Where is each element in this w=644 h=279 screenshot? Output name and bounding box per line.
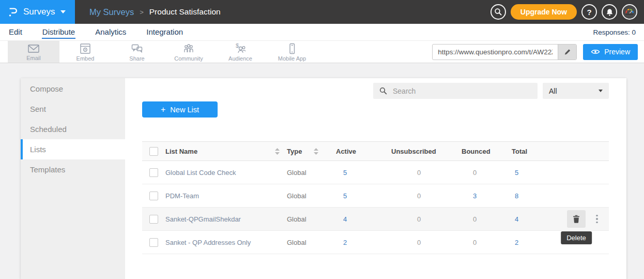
sidebar-item-scheduled[interactable]: Scheduled [21,119,125,139]
browser-gear-icon [79,42,92,55]
list-name-cell[interactable]: PDM-Team [165,192,287,200]
column-total: Total [512,148,553,155]
sidebar-item-lists[interactable]: Lists [21,139,125,159]
table-row: Sanket - QP Addresses Only Global 2 0 0 … [142,231,609,254]
help-button[interactable]: ? [581,4,597,20]
page: Surveys My Surveys > Product Satisfactio… [0,0,644,279]
total-count-cell[interactable]: 8 [512,192,553,200]
plus-icon: + [161,105,165,114]
bounced-count-cell[interactable]: 3 [462,192,512,200]
sort-list-name-icon[interactable] [275,148,280,155]
people-group-icon [182,42,195,55]
sidebar-item-compose[interactable]: Compose [21,79,125,99]
breadcrumb-separator: > [140,8,144,16]
column-list-name: List Name [165,148,287,155]
table-body: Global List Code Check Global 5 0 0 5 [142,161,609,254]
tab-edit[interactable]: Edit [8,26,23,39]
account-avatar-button[interactable] [622,4,637,20]
list-name-cell[interactable]: Global List Code Check [165,169,287,177]
active-count-cell[interactable]: 5 [336,169,391,177]
channel-label: Mobile App [278,55,306,62]
table-header-row: List Name Type Active Unsubsc [142,141,609,161]
unsubscribed-count-cell: 0 [391,169,462,177]
row-actions: Delete [553,210,609,228]
row-select-cell [142,168,165,177]
active-count-cell[interactable]: 4 [336,215,391,223]
tab-analytics[interactable]: Analytics [95,26,127,39]
notifications-button[interactable] [602,4,617,20]
sort-type-icon[interactable] [314,148,318,155]
new-list-button[interactable]: + New List [142,101,218,118]
eye-icon [591,49,600,55]
delete-list-button[interactable] [567,210,586,228]
type-cell: Global [287,215,336,223]
dollar-people-icon: $ [234,42,247,55]
column-active: Active [336,148,391,155]
search-icon [379,87,387,95]
phone-icon [285,42,299,55]
breadcrumb-current-survey: Product Satisfaction [149,7,221,17]
breadcrumb-my-surveys[interactable]: My Surveys [89,7,134,17]
edit-url-button[interactable] [558,45,576,60]
channel-mobile-app[interactable]: Mobile App [266,41,318,63]
preview-button[interactable]: Preview [583,44,638,60]
row-checkbox[interactable] [149,168,158,177]
vertical-dots-icon [596,215,598,217]
channel-share[interactable]: Share [111,41,163,63]
surveys-app-menu[interactable]: Surveys [0,0,75,24]
list-search-input[interactable] [392,86,531,96]
total-count-cell[interactable]: 2 [512,239,553,246]
row-checkbox[interactable] [149,215,158,224]
select-all-checkbox[interactable] [149,147,158,156]
active-count-cell[interactable]: 2 [336,239,391,246]
channel-label: Email [26,55,41,61]
breadcrumb: My Surveys > Product Satisfaction [89,7,221,17]
channel-audience[interactable]: $ Audience [214,41,266,63]
select-all-cell [142,147,165,156]
responses-count: Responses: 0 [593,28,636,36]
survey-url-group: Preview [432,41,644,63]
lists-table: List Name Type Active Unsubsc [142,141,609,254]
search-button[interactable] [490,4,506,20]
bell-icon [605,7,614,17]
email-sidebar: Compose Sent Scheduled Lists Templates [21,78,125,279]
row-checkbox[interactable] [149,192,158,200]
table-row: PDM-Team Global 5 0 3 8 [142,184,609,208]
survey-url-input[interactable] [433,45,558,60]
sidebar-item-sent[interactable]: Sent [21,99,125,119]
speech-bubbles-icon [130,42,144,55]
lists-card: Compose Sent Scheduled Lists Templates [21,78,626,279]
top-bar: Surveys My Surveys > Product Satisfactio… [0,0,644,24]
channel-label: Audience [228,55,252,62]
filter-row: All [142,83,609,99]
trash-icon [573,215,580,223]
table-row: Global List Code Check Global 5 0 0 5 [142,161,609,184]
column-type: Type [287,148,336,155]
survey-url-field-wrap [432,44,577,60]
channel-community[interactable]: Community [163,41,214,63]
list-name-cell[interactable]: Sanket - QP Addresses Only [165,239,287,246]
preview-label: Preview [604,48,630,56]
sidebar-item-templates[interactable]: Templates [21,159,125,180]
total-count-cell[interactable]: 4 [512,215,553,223]
active-count-cell[interactable]: 5 [336,192,391,200]
unsubscribed-count-cell: 0 [391,192,462,200]
total-count-cell[interactable]: 5 [512,169,553,177]
upgrade-now-button[interactable]: Upgrade Now [511,4,577,20]
tab-integration[interactable]: Integration [146,26,183,39]
type-cell: Global [287,239,336,246]
caret-down-icon [599,90,603,92]
topbar-actions: Upgrade Now ? [490,4,644,20]
row-menu-button[interactable] [594,213,600,226]
list-type-filter-dropdown[interactable]: All [543,83,609,99]
channel-email[interactable]: Email [8,41,59,63]
list-name-cell[interactable]: Sanket-QPGmailShekdar [165,215,287,223]
row-checkbox[interactable] [149,238,158,247]
channel-embed[interactable]: Embed [59,41,111,63]
app-menu-label: Surveys [23,7,55,17]
new-list-label: New List [170,106,199,114]
channel-label: Embed [76,55,95,62]
tab-distribute[interactable]: Distribute [42,26,75,39]
type-cell: Global [287,192,336,200]
gauge-avatar-icon [623,5,636,19]
